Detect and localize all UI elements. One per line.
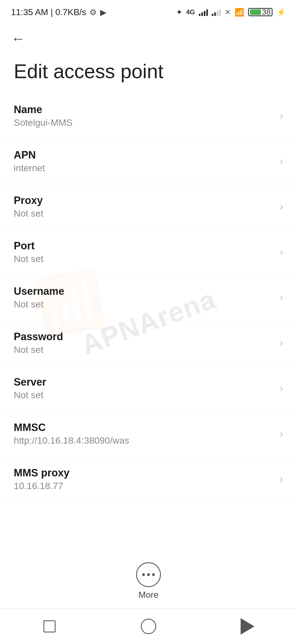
page-title: Edit access point [14,61,283,82]
settings-item-value: Not set [14,344,274,355]
back-button[interactable]: ← [11,31,25,46]
settings-item[interactable]: ServerNot set› [0,366,297,411]
settings-item-label: Name [14,104,274,116]
page-title-section: Edit access point [0,52,297,93]
settings-item[interactable]: PasswordNot set› [0,320,297,366]
more-circle [136,562,161,587]
settings-item-content: PortNot set [14,240,274,264]
settings-item-label: Port [14,240,274,252]
settings-item-content: ServerNot set [14,376,274,400]
settings-item-label: MMSC [14,422,274,433]
settings-item[interactable]: MMS proxy10.16.18.77› [0,457,297,502]
video-icon: ▶ [100,7,106,17]
settings-item[interactable]: MMSChttp://10.16.18.4:38090/was› [0,411,297,457]
settings-item-value: Not set [14,390,274,400]
chevron-right-icon: › [280,473,283,485]
chevron-right-icon: › [280,292,283,304]
network-4g-icon: 4G [186,8,195,16]
nav-home-icon [141,619,156,634]
settings-item[interactable]: UsernameNot set› [0,275,297,320]
settings-item-value: Not set [14,299,274,310]
chevron-right-icon: › [280,201,283,213]
more-dot-2 [147,573,150,576]
settings-item-content: NameSotelgui-MMS [14,104,274,128]
chevron-right-icon: › [280,246,283,258]
settings-item-content: ProxyNot set [14,195,274,219]
settings-item-value: Sotelgui-MMS [14,117,274,128]
nav-back-icon [241,618,254,635]
settings-item[interactable]: ProxyNot set› [0,184,297,230]
settings-item-content: MMSChttp://10.16.18.4:38090/was [14,422,274,446]
settings-item-value: Not set [14,208,274,219]
status-left: 11:35 AM | 0.7KB/s ⚙ ▶ [11,7,106,17]
toolbar: ← [0,22,297,52]
settings-item-value: http://10.16.18.4:38090/was [14,435,274,446]
settings-item-label: Username [14,285,274,297]
more-button[interactable]: More [136,562,161,600]
wifi-icon: 📶 [235,8,244,17]
signal-bars-2 [212,8,221,16]
more-dots [142,573,155,576]
gear-icon: ⚙ [89,7,97,17]
nav-recents-icon [43,620,56,632]
settings-item-label: Proxy [14,195,274,206]
battery-fill [250,9,261,15]
settings-item[interactable]: NameSotelgui-MMS› [0,93,297,139]
more-dot-3 [152,573,155,576]
status-right: ✦ 4G ✕ 📶 38 ⚡ [176,8,286,17]
settings-list: NameSotelgui-MMS›APNinternet›ProxyNot se… [0,93,297,502]
settings-item-content: MMS proxy10.16.18.77 [14,467,274,491]
battery-text: 38 [262,8,271,17]
settings-item-content: PasswordNot set [14,331,274,355]
settings-item-content: UsernameNot set [14,285,274,310]
chevron-right-icon: › [280,428,283,440]
nav-home-button[interactable] [138,615,160,637]
settings-item-label: APN [14,149,274,161]
chevron-right-icon: › [280,383,283,394]
bluetooth-icon: ✦ [176,8,182,17]
battery-indicator: 38 [248,8,273,16]
more-dot-1 [142,573,145,576]
settings-item-value: internet [14,163,274,173]
status-time: 11:35 AM | 0.7KB/s [11,7,86,17]
settings-item[interactable]: APNinternet› [0,139,297,184]
nav-recents-button[interactable] [38,615,61,637]
settings-item-content: APNinternet [14,149,274,173]
nav-bar [0,608,297,644]
settings-item-value: 10.16.18.77 [14,481,274,491]
charging-icon: ⚡ [276,8,286,17]
signal-bars-1 [199,8,208,16]
no-signal-icon: ✕ [225,8,231,17]
settings-item-label: Password [14,331,274,343]
nav-back-button[interactable] [237,615,258,637]
chevron-right-icon: › [280,337,283,349]
settings-item-label: Server [14,376,274,388]
chevron-right-icon: › [280,155,283,167]
chevron-right-icon: › [280,110,283,122]
settings-item-value: Not set [14,253,274,264]
settings-item[interactable]: PortNot set› [0,230,297,275]
settings-item-label: MMS proxy [14,467,274,479]
more-label: More [139,590,159,600]
status-bar: 11:35 AM | 0.7KB/s ⚙ ▶ ✦ 4G ✕ 📶 38 ⚡ [0,0,297,22]
